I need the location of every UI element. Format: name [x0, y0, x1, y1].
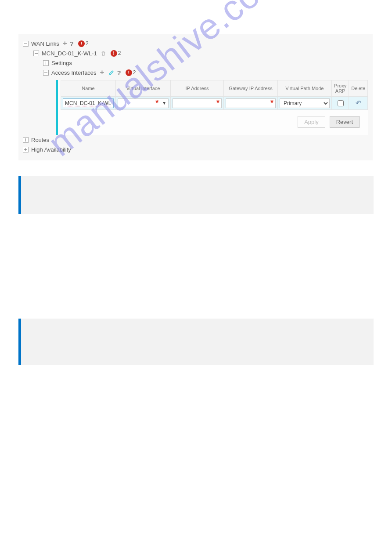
- config-panel: WAN Links + ? ! 2 MCN_DC-01_K-WL-1 ! 2 S…: [18, 34, 373, 160]
- col-header-delete: Delete: [349, 80, 368, 97]
- tree-node-routes[interactable]: Routes: [23, 135, 368, 145]
- col-header-virtual-interface: Virtual Interface: [116, 80, 171, 97]
- undo-icon[interactable]: ↶: [356, 99, 361, 107]
- error-badge[interactable]: ! 2: [111, 50, 121, 57]
- virtual-interface-select[interactable]: * ▼: [118, 98, 169, 108]
- error-count: 2: [118, 50, 121, 56]
- collapse-icon[interactable]: [43, 70, 49, 76]
- col-header-virtual-path-mode: Virtual Path Mode: [277, 80, 331, 97]
- tree-node-settings[interactable]: Settings: [23, 58, 368, 68]
- ip-address-input[interactable]: *: [173, 98, 222, 108]
- tree-node-high-availability[interactable]: High Availability: [23, 145, 368, 154]
- note-body: [21, 176, 374, 214]
- proxy-arp-checkbox[interactable]: [338, 100, 344, 106]
- wan-link-item-label: MCN_DC-01_K-WL-1: [42, 50, 97, 57]
- wan-links-label: WAN Links: [31, 40, 59, 47]
- collapse-icon[interactable]: [23, 41, 29, 47]
- required-icon: *: [270, 98, 275, 108]
- help-icon[interactable]: ?: [70, 40, 74, 47]
- col-header-proxy-arp: Proxy ARP: [331, 80, 349, 97]
- alert-icon: !: [126, 69, 132, 76]
- expand-icon[interactable]: [43, 60, 49, 66]
- settings-label: Settings: [51, 60, 72, 66]
- tree-node-wan-links[interactable]: WAN Links + ? ! 2: [23, 39, 368, 48]
- access-interfaces-editor: Name Virtual Interface IP Address Gatewa…: [56, 80, 368, 135]
- revert-button[interactable]: Revert: [330, 116, 360, 128]
- trash-icon[interactable]: [101, 50, 106, 57]
- access-interfaces-table: Name Virtual Interface IP Address Gatewa…: [61, 80, 368, 110]
- alert-icon: !: [111, 50, 117, 57]
- virtual-path-mode-select[interactable]: Primary: [280, 98, 330, 108]
- error-count: 2: [86, 40, 89, 47]
- tree-node-wan-link-item[interactable]: MCN_DC-01_K-WL-1 ! 2: [23, 48, 368, 58]
- access-interfaces-label: Access Interfaces: [51, 69, 97, 76]
- gateway-ip-input[interactable]: *: [226, 98, 276, 108]
- routes-label: Routes: [31, 137, 49, 143]
- error-badge[interactable]: ! 2: [126, 69, 136, 76]
- add-icon[interactable]: +: [100, 68, 104, 77]
- chevron-down-icon: ▼: [160, 101, 168, 105]
- help-icon[interactable]: ?: [117, 69, 121, 76]
- expand-icon[interactable]: [23, 147, 29, 152]
- required-icon: *: [216, 98, 221, 108]
- note-block-1: [18, 176, 374, 214]
- table-row: * ▼ * *: [61, 97, 368, 110]
- alert-icon: !: [78, 40, 85, 47]
- error-badge[interactable]: ! 2: [78, 40, 89, 47]
- name-input[interactable]: [63, 98, 114, 108]
- edit-icon[interactable]: [108, 69, 115, 76]
- note-block-2: [18, 319, 374, 365]
- col-header-gateway-ip: Gateway IP Address: [223, 80, 277, 97]
- button-row: Apply Revert: [61, 110, 368, 135]
- col-header-name: Name: [61, 80, 116, 97]
- note-body: [21, 319, 374, 365]
- tree-node-access-interfaces[interactable]: Access Interfaces + ? ! 2: [23, 68, 368, 77]
- apply-button[interactable]: Apply: [298, 116, 325, 128]
- expand-icon[interactable]: [23, 137, 29, 143]
- high-availability-label: High Availability: [31, 146, 71, 153]
- add-icon[interactable]: +: [63, 39, 67, 48]
- required-icon: *: [155, 98, 160, 108]
- error-count: 2: [133, 69, 136, 76]
- collapse-icon[interactable]: [33, 51, 39, 56]
- col-header-ip-address: IP Address: [171, 80, 224, 97]
